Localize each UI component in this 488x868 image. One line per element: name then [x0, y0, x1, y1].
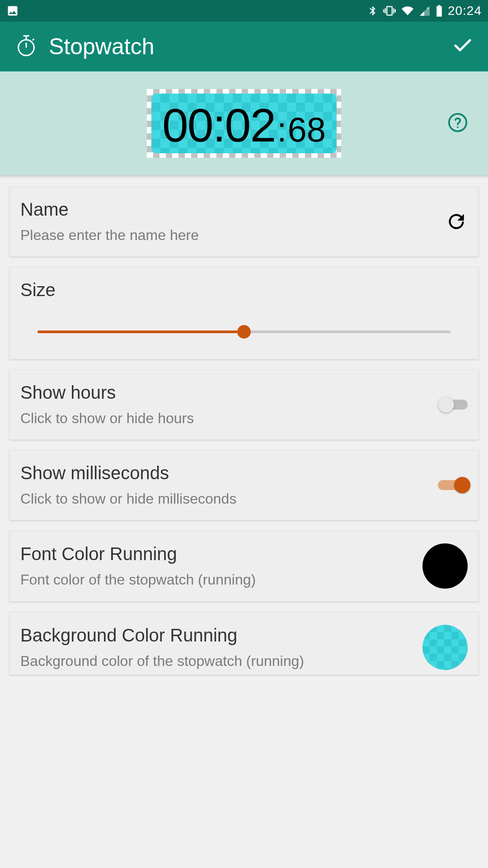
show-hours-card[interactable]: Show hours Click to show or hide hours [9, 369, 479, 440]
status-bar: x 20:24 [0, 0, 488, 22]
widget-preview-inner: 00:02 : 68 [151, 94, 337, 153]
bg-color-running-card[interactable]: Background Color Running Background colo… [9, 612, 479, 675]
name-title: Name [20, 199, 438, 220]
confirm-button[interactable] [452, 35, 474, 58]
signal-icon: x [419, 5, 431, 17]
settings-list: Name Please enter the name here Size Sho… [0, 176, 488, 675]
image-icon [6, 5, 19, 17]
stopwatch-time: 00:02 : 68 [162, 102, 326, 149]
battery-icon [435, 5, 443, 17]
size-slider[interactable] [38, 324, 450, 340]
wifi-icon [401, 5, 414, 17]
status-clock: 20:24 [448, 4, 482, 18]
font-color-running-title: Font Color Running [20, 544, 415, 564]
size-card: Size [9, 267, 479, 359]
show-ms-card[interactable]: Show milliseconds Click to show or hide … [9, 450, 479, 520]
font-color-running-card[interactable]: Font Color Running Font color of the sto… [9, 530, 479, 602]
bg-color-running-subtitle: Background color of the stopwatch (runni… [20, 653, 415, 670]
app-title: Stopwatch [49, 33, 154, 60]
name-card[interactable]: Name Please enter the name here [9, 186, 479, 257]
vibrate-icon [383, 5, 396, 17]
svg-point-7 [457, 126, 459, 128]
svg-text:x: x [427, 5, 429, 10]
font-color-running-swatch[interactable] [422, 543, 468, 589]
show-hours-subtitle: Click to show or hide hours [20, 410, 431, 427]
stopwatch-time-sep: : [277, 113, 286, 147]
bluetooth-icon [367, 5, 378, 17]
svg-line-5 [33, 39, 34, 40]
bg-color-running-title: Background Color Running [20, 625, 415, 646]
widget-preview: 00:02 : 68 [0, 71, 488, 176]
size-title: Size [20, 280, 468, 300]
app-bar: Stopwatch [0, 22, 488, 71]
show-ms-subtitle: Click to show or hide milliseconds [20, 491, 431, 507]
show-hours-toggle[interactable] [438, 396, 468, 413]
show-ms-toggle[interactable] [438, 477, 468, 493]
help-button[interactable] [447, 112, 468, 135]
bg-color-running-swatch[interactable] [422, 625, 468, 670]
svg-point-1 [19, 40, 34, 56]
widget-preview-box: 00:02 : 68 [147, 89, 341, 158]
font-color-running-subtitle: Font color of the stopwatch (running) [20, 571, 415, 588]
reset-name-button[interactable] [445, 210, 468, 233]
name-placeholder: Please enter the name here [20, 227, 438, 244]
size-slider-thumb[interactable] [237, 325, 251, 339]
stopwatch-time-frac: 68 [287, 113, 326, 147]
stopwatch-icon [14, 34, 38, 59]
show-hours-title: Show hours [20, 382, 431, 403]
show-ms-title: Show milliseconds [20, 463, 431, 483]
size-slider-fill [38, 330, 244, 333]
stopwatch-time-main: 00:02 [162, 102, 275, 149]
